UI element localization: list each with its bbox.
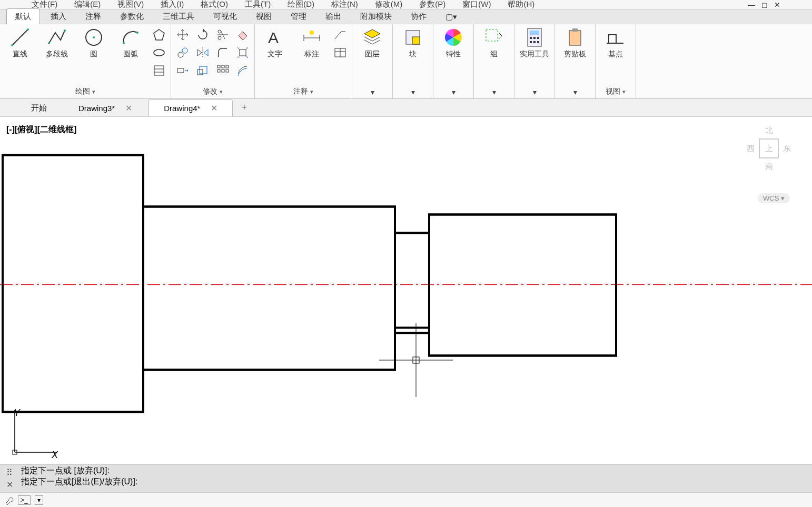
svg-rect-45 — [530, 41, 532, 43]
base-icon — [606, 27, 626, 47]
move-icon[interactable] — [176, 28, 189, 41]
panel-dropdown-clipboard[interactable]: ▾ — [573, 88, 577, 96]
fillet-icon[interactable] — [216, 46, 229, 59]
tool-base[interactable]: 基点 — [601, 27, 630, 59]
tool-util[interactable]: 实用工具 — [520, 27, 549, 59]
svg-point-14 — [178, 52, 183, 57]
ribbon-tab-param[interactable]: 参数化 — [112, 9, 152, 24]
menuitem-edit[interactable]: 编辑(E) — [74, 0, 101, 9]
panel-dropdown-group[interactable]: ▾ — [492, 88, 496, 96]
menuitem-tools[interactable]: 工具(T) — [245, 0, 271, 9]
polygon-icon[interactable] — [153, 28, 165, 41]
svg-rect-52 — [3, 155, 143, 412]
table-icon[interactable] — [334, 46, 346, 59]
menuitem-help[interactable]: 帮助(H) — [508, 0, 534, 9]
tool-dimension[interactable]: 标注 — [297, 27, 326, 59]
trim-icon[interactable] — [216, 28, 229, 41]
ribbon-tab-addon[interactable]: 附加模块 — [352, 9, 400, 24]
panel-label-modify[interactable]: 修改 — [203, 87, 222, 95]
tool-clipboard[interactable]: 剪贴板 — [560, 27, 590, 59]
cmdlog-handle-icon[interactable]: ⠿ — [6, 468, 13, 478]
drawing-content — [0, 117, 812, 465]
cmd-history-dropdown[interactable]: ▾ — [35, 495, 43, 505]
panel-label-view[interactable]: 视图 — [606, 87, 625, 95]
filetab-start[interactable]: 开始 — [16, 100, 62, 116]
leader-icon[interactable] — [334, 28, 346, 41]
stretch-icon[interactable] — [176, 64, 189, 77]
layer-icon — [362, 27, 382, 47]
arc-icon — [121, 27, 141, 47]
svg-line-0 — [12, 29, 28, 45]
tool-circle[interactable]: 圆 — [79, 27, 108, 59]
ribbon-tab-collab[interactable]: 协作 — [402, 9, 435, 24]
minimize-icon[interactable]: — — [748, 1, 755, 9]
tool-polyline[interactable]: 多段线 — [42, 27, 72, 59]
menuitem-draw[interactable]: 绘图(D) — [288, 0, 314, 9]
close-icon[interactable]: ✕ — [774, 1, 780, 9]
menuitem-window[interactable]: 窗口(W) — [462, 0, 491, 9]
erase-icon[interactable] — [236, 28, 249, 41]
filetab-drawing3-close-icon[interactable]: ✕ — [125, 103, 132, 113]
offset-icon[interactable] — [236, 64, 249, 77]
svg-point-32 — [310, 31, 314, 35]
ribbon-panel-property: 特性 ▾ — [433, 24, 474, 98]
svg-point-2 — [27, 28, 29, 31]
svg-rect-26 — [226, 69, 229, 72]
menuitem-view[interactable]: 视图(V) — [117, 0, 144, 9]
tool-dim-label: 标注 — [304, 49, 319, 59]
ribbon-tab-output[interactable]: 输出 — [317, 9, 350, 24]
filetab-drawing3[interactable]: Drawing3* ✕ — [63, 100, 147, 116]
panel-dropdown-property[interactable]: ▾ — [452, 88, 455, 96]
menuitem-modify[interactable]: 修改(M) — [375, 0, 403, 9]
hatch-icon[interactable] — [153, 64, 165, 77]
filetab-drawing4-close-icon[interactable]: ✕ — [211, 103, 217, 113]
wrench-icon[interactable] — [4, 495, 14, 505]
tool-layer[interactable]: 图层 — [358, 27, 387, 59]
svg-rect-43 — [533, 37, 536, 39]
ribbon-tab-3d[interactable]: 三维工具 — [154, 9, 203, 24]
tool-line[interactable]: 直线 — [5, 27, 35, 59]
menuitem-dim[interactable]: 标注(N) — [331, 0, 358, 9]
menuitem-format[interactable]: 格式(O) — [201, 0, 228, 9]
rotate-icon[interactable] — [196, 28, 209, 41]
ribbon-tab-default[interactable]: 默认 — [6, 8, 40, 24]
tool-group[interactable]: 组 — [479, 27, 509, 59]
svg-point-19 — [218, 36, 221, 39]
array-icon[interactable] — [216, 64, 229, 77]
panel-dropdown-layer[interactable]: ▾ — [371, 88, 374, 96]
filetab-drawing4[interactable]: Drawing4* ✕ — [148, 100, 233, 116]
copy-icon[interactable] — [176, 46, 189, 59]
drawing-canvas[interactable]: [-][俯视][二维线框] 北 西 上 东 南 WCS ▾ — [0, 117, 812, 465]
panel-dropdown-util[interactable]: ▾ — [533, 88, 537, 96]
maximize-icon[interactable]: ◻ — [761, 1, 768, 9]
cmdlog-close-icon[interactable]: ✕ — [6, 480, 13, 490]
filetab-drawing4-label: Drawing4* — [164, 104, 200, 113]
ribbon-tab-view[interactable]: 视图 — [247, 9, 280, 24]
calculator-icon — [524, 27, 544, 47]
ribbon-tab-visualize[interactable]: 可视化 — [205, 9, 245, 24]
cmd-prompt-icon[interactable]: >_ — [18, 495, 31, 505]
tool-text[interactable]: A 文字 — [260, 27, 290, 59]
ellipse-icon[interactable] — [153, 46, 165, 59]
menuitem-insert[interactable]: 插入(I) — [161, 0, 184, 9]
clipboard-icon — [565, 27, 585, 47]
tool-arc[interactable]: 圆弧 — [116, 27, 145, 59]
scale-icon[interactable] — [196, 64, 209, 77]
svg-rect-46 — [533, 41, 536, 43]
line-icon — [10, 27, 30, 47]
ribbon-tab-insert[interactable]: 插入 — [42, 9, 75, 24]
panel-label-annotate[interactable]: 注释 — [293, 87, 313, 95]
filetab-add[interactable]: + — [234, 99, 254, 116]
panel-label-draw[interactable]: 绘图 — [75, 87, 95, 95]
tool-property[interactable]: 特性 — [439, 27, 468, 59]
explode-icon[interactable] — [236, 46, 249, 59]
ribbon-tab-annotate[interactable]: 注释 — [77, 9, 110, 24]
svg-rect-44 — [537, 37, 539, 39]
command-input[interactable] — [47, 495, 812, 504]
ribbon-tab-manage[interactable]: 管理 — [282, 9, 315, 24]
ribbon-tab-more-icon[interactable]: ▢▾ — [437, 9, 466, 24]
mirror-icon[interactable] — [196, 46, 209, 59]
menuitem-param[interactable]: 参数(P) — [419, 0, 445, 9]
tool-block[interactable]: 块 — [398, 27, 428, 59]
panel-dropdown-block[interactable]: ▾ — [411, 88, 415, 96]
